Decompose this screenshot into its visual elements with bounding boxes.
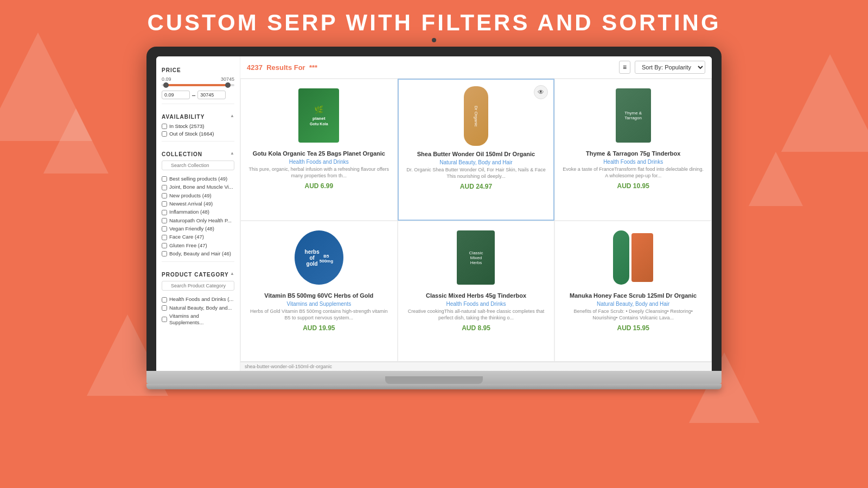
- divider-2: [162, 141, 234, 142]
- collection-checkbox-7[interactable]: [162, 235, 167, 240]
- product-description: Evoke a taste of FranceTransform flat fo…: [561, 166, 705, 179]
- category-item-label: Health Foods and Drinks (...: [169, 296, 233, 303]
- sort-select[interactable]: Sort By: Popularity Price: Low to High P…: [635, 61, 705, 74]
- product-image: [609, 228, 658, 287]
- product-category-search-input[interactable]: [162, 281, 234, 291]
- main-content: 4237 Results For *** ≡ Sort By: Populari…: [240, 56, 712, 371]
- product-image: herbsofgoldB5500mg: [295, 228, 343, 287]
- price-thumb-max[interactable]: [225, 82, 231, 88]
- price-min-input[interactable]: [162, 91, 190, 99]
- collection-item[interactable]: Inflammation (48): [162, 209, 234, 215]
- collection-item-label: Naturopath Only Health P...: [169, 217, 232, 224]
- svg-marker-1: [43, 108, 108, 174]
- availability-chevron[interactable]: ▲: [230, 113, 234, 118]
- product-card[interactable]: 🌿planetGotu KolaGotu Kola Organic Tea 25…: [240, 79, 398, 221]
- collection-item[interactable]: Best selling products (49): [162, 176, 234, 182]
- product-img-shea-oil: Dr Organic: [464, 86, 488, 146]
- product-category-label: PRODUCT CATEGORY: [162, 272, 229, 278]
- laptop-screen: PRICE 0.09 30745 –: [156, 56, 712, 371]
- collection-checkbox-6[interactable]: [162, 226, 167, 232]
- product-category: Natural Beauty, Body and Hair: [439, 159, 512, 165]
- collection-item[interactable]: Gluten Free (47): [162, 242, 234, 249]
- price-section-label: PRICE: [162, 67, 234, 73]
- top-bar-right: ≡ Sort By: Popularity Price: Low to High…: [619, 61, 705, 74]
- product-category: Health Foods and Drinks: [446, 301, 506, 307]
- product-description: Dr. Organic Shea Butter Wonder Oil, For …: [405, 167, 547, 179]
- in-stock-checkbox[interactable]: [162, 124, 167, 129]
- category-checkbox-0[interactable]: [162, 297, 167, 303]
- collection-item[interactable]: Naturopath Only Health P...: [162, 217, 234, 224]
- collection-item[interactable]: Body, Beauty and Hair (46): [162, 251, 234, 257]
- availability-section: AVAILABILITY ▲: [162, 108, 234, 123]
- product-card[interactable]: Thyme &TarragonThyme & Tarragon 75g Tind…: [554, 79, 712, 221]
- category-checkbox-1[interactable]: [162, 305, 167, 311]
- collection-search-input[interactable]: [162, 160, 234, 170]
- product-name: Classic Mixed Herbs 45g Tinderbox: [426, 292, 526, 299]
- product-description: Benefits of Face Scrub: • Deeply Cleansi…: [561, 309, 705, 321]
- collection-item-label: Best selling products (49): [169, 176, 227, 182]
- collection-checkbox-5[interactable]: [162, 218, 167, 223]
- product-name: Thyme & Tarragon 75g Tinderbox: [586, 150, 680, 157]
- collection-section-header: COLLECTION ▲: [162, 146, 234, 160]
- product-img-planet-tea: 🌿planetGotu Kola: [298, 88, 339, 143]
- collection-checkbox-3[interactable]: [162, 201, 167, 207]
- collection-item-label: Vegan Friendly (48): [169, 226, 214, 232]
- price-slider-track[interactable]: [162, 84, 234, 86]
- product-card[interactable]: ClassicMixedHerbsClassic Mixed Herbs 45g…: [398, 221, 555, 362]
- availability-out-of-stock[interactable]: Out of Stock (1664): [162, 131, 234, 137]
- collection-checkbox-0[interactable]: [162, 176, 167, 182]
- product-img-vitb5: herbsofgoldB5500mg: [295, 230, 343, 285]
- divider-3: [162, 261, 234, 262]
- collection-checkbox-8[interactable]: [162, 243, 167, 248]
- collection-checkbox-1[interactable]: [162, 185, 167, 190]
- product-description: This pure, organic, herbal infusion with…: [247, 166, 391, 179]
- product-price: AUD 8.95: [462, 324, 490, 332]
- collection-item[interactable]: Face Care (47): [162, 234, 234, 240]
- category-checkbox-2[interactable]: [162, 317, 167, 322]
- divider-1: [162, 104, 234, 104]
- product-category-chevron[interactable]: ▲: [230, 271, 234, 276]
- price-thumb-min[interactable]: [163, 82, 169, 88]
- collection-item-label: Body, Beauty and Hair (46): [169, 251, 231, 257]
- price-max-input[interactable]: [197, 91, 226, 99]
- sidebar: PRICE 0.09 30745 –: [156, 56, 240, 371]
- product-eye-btn[interactable]: 👁: [534, 85, 548, 99]
- out-of-stock-label: Out of Stock (1664): [169, 131, 214, 137]
- product-price: AUD 15.95: [617, 324, 649, 332]
- product-description: Herbs of Gold Vitamin B5 500mg contains …: [247, 309, 391, 321]
- svg-marker-3: [749, 152, 803, 206]
- laptop-screen-frame: PRICE 0.09 30745 –: [146, 47, 722, 371]
- product-img-classic-herbs: ClassicMixedHerbs: [457, 230, 495, 285]
- category-item[interactable]: Health Foods and Drinks (...: [162, 296, 234, 303]
- collection-item[interactable]: New products (49): [162, 192, 234, 199]
- category-item-label: Natural Beauty, Body and...: [169, 305, 232, 311]
- category-item[interactable]: Natural Beauty, Body and...: [162, 305, 234, 311]
- product-card[interactable]: herbsofgoldB5500mgVitamin B5 500mg 60VC …: [240, 221, 398, 362]
- product-card[interactable]: 👁Dr OrganicShea Butter Wonder Oil 150ml …: [398, 79, 555, 221]
- product-img-thyme: Thyme &Tarragon: [616, 88, 651, 143]
- products-grid: 🌿planetGotu KolaGotu Kola Organic Tea 25…: [240, 79, 712, 362]
- product-price: AUD 19.95: [303, 324, 335, 332]
- collection-checkbox-2[interactable]: [162, 193, 167, 198]
- page-title: CUSTOM SERP WITH FILTERS AND SORTING: [0, 0, 868, 43]
- product-price: AUD 10.95: [617, 182, 649, 190]
- availability-in-stock[interactable]: In Stock (2573): [162, 123, 234, 129]
- svg-marker-2: [781, 54, 868, 152]
- collection-item[interactable]: Newest Arrival (49): [162, 201, 234, 207]
- product-category-items-list: Health Foods and Drinks (...Natural Beau…: [162, 296, 234, 326]
- collection-checkbox-9[interactable]: [162, 251, 167, 256]
- product-img-manuka: [613, 230, 653, 285]
- grid-list-toggle[interactable]: ≡: [619, 61, 630, 74]
- out-of-stock-checkbox[interactable]: [162, 131, 167, 137]
- collection-item[interactable]: Joint, Bone and Muscle Vi...: [162, 184, 234, 190]
- collection-chevron[interactable]: ▲: [230, 151, 234, 156]
- category-item[interactable]: Vitamins and Supplements...: [162, 313, 234, 326]
- product-card[interactable]: Manuka Honey Face Scrub 125ml Dr Organic…: [554, 221, 712, 362]
- laptop-container: PRICE 0.09 30745 –: [146, 38, 722, 389]
- product-image: Dr Organic: [451, 86, 500, 146]
- url-bar: shea-butter-wonder-oil-150ml-dr-organic: [240, 362, 712, 371]
- screen-content: PRICE 0.09 30745 –: [156, 56, 712, 371]
- collection-item-label: New products (49): [169, 192, 212, 199]
- collection-item[interactable]: Vegan Friendly (48): [162, 226, 234, 232]
- collection-checkbox-4[interactable]: [162, 210, 167, 215]
